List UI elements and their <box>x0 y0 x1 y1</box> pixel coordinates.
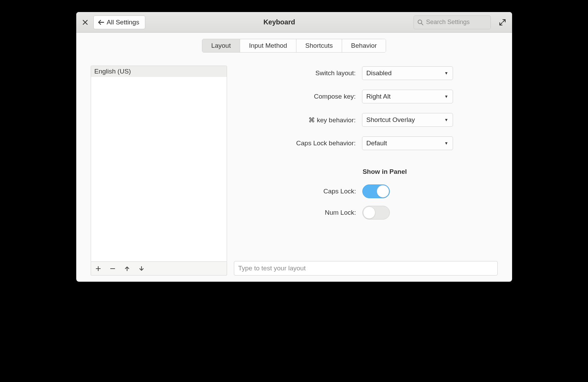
switch-layout-value: Disabled <box>366 69 392 77</box>
chevron-down-icon: ▼ <box>444 117 449 122</box>
switch-layout-label: Switch layout: <box>315 69 355 77</box>
caps-behavior-select[interactable]: Default ▼ <box>362 136 453 150</box>
row-compose-key: Compose key: Right Alt ▼ <box>314 90 453 103</box>
all-settings-label: All Settings <box>107 19 139 26</box>
layout-column: English (US) <box>91 66 227 276</box>
cmd-behavior-label: ⌘ key behavior: <box>308 116 355 124</box>
switch-knob <box>363 206 375 219</box>
all-settings-button[interactable]: All Settings <box>93 15 145 29</box>
form-rows: Switch layout: Disabled ▼ Compose key: R… <box>234 66 498 150</box>
chevron-down-icon: ▼ <box>444 141 449 146</box>
row-switch-layout: Switch layout: Disabled ▼ <box>315 66 453 80</box>
move-up-button[interactable] <box>125 266 131 271</box>
maximize-button[interactable] <box>497 15 508 30</box>
row-cmd-behavior: ⌘ key behavior: Shortcut Overlay ▼ <box>308 113 453 127</box>
chevron-down-icon: ▼ <box>444 94 449 99</box>
compose-key-value: Right Alt <box>366 93 391 100</box>
caps-lock-label: Caps Lock: <box>323 188 356 195</box>
chevron-down-icon: ▼ <box>444 71 449 76</box>
titlebar: All Settings Keyboard <box>76 12 512 33</box>
tab-behavior[interactable]: Behavior <box>342 39 386 52</box>
test-input-wrap <box>234 257 498 276</box>
plus-icon <box>96 266 101 271</box>
close-button[interactable] <box>80 15 90 30</box>
layout-list[interactable]: English (US) <box>91 66 227 262</box>
layout-list-toolbar <box>91 262 227 276</box>
row-num-lock-indicator: Num Lock: <box>325 206 390 220</box>
compose-key-label: Compose key: <box>314 93 355 100</box>
arrow-left-icon <box>98 20 104 25</box>
body: English (US) Switch <box>76 53 512 282</box>
tab-layout[interactable]: Layout <box>202 39 240 52</box>
cmd-behavior-value: Shortcut Overlay <box>366 116 415 124</box>
test-layout-input[interactable] <box>234 261 498 276</box>
arrow-down-icon <box>139 266 144 271</box>
compose-key-select[interactable]: Right Alt ▼ <box>362 90 453 103</box>
num-lock-label: Num Lock: <box>325 209 356 216</box>
minus-icon <box>110 266 115 271</box>
caps-behavior-label: Caps Lock behavior: <box>296 139 355 147</box>
page-title: Keyboard <box>149 18 410 26</box>
arrow-up-icon <box>125 266 129 271</box>
tabs-row: Layout Input Method Shortcuts Behavior <box>76 33 512 53</box>
cmd-behavior-select[interactable]: Shortcut Overlay ▼ <box>362 113 453 127</box>
caps-lock-switch[interactable] <box>362 184 390 198</box>
switch-knob <box>377 185 389 198</box>
switch-rows: Caps Lock: Num Lock: <box>234 184 498 220</box>
close-icon <box>83 20 88 25</box>
settings-column: Switch layout: Disabled ▼ Compose key: R… <box>234 66 498 276</box>
tab-input-method[interactable]: Input Method <box>240 39 296 52</box>
remove-layout-button[interactable] <box>110 266 116 271</box>
search-field-wrap[interactable] <box>414 15 491 29</box>
row-caps-lock-indicator: Caps Lock: <box>323 184 389 198</box>
caps-behavior-value: Default <box>366 139 387 147</box>
num-lock-switch[interactable] <box>362 206 390 220</box>
switch-layout-select[interactable]: Disabled ▼ <box>362 66 453 80</box>
tabs: Layout Input Method Shortcuts Behavior <box>202 39 386 53</box>
settings-window: All Settings Keyboard Layout Input Metho… <box>76 12 512 282</box>
tab-shortcuts[interactable]: Shortcuts <box>296 39 342 52</box>
search-icon <box>417 19 423 25</box>
move-down-button[interactable] <box>139 266 145 271</box>
panel-section-title: Show in Panel <box>363 168 498 176</box>
layout-list-item[interactable]: English (US) <box>91 66 227 77</box>
search-input[interactable] <box>426 19 487 26</box>
row-caps-behavior: Caps Lock behavior: Default ▼ <box>296 136 453 150</box>
add-layout-button[interactable] <box>96 266 102 271</box>
maximize-icon <box>499 19 506 25</box>
